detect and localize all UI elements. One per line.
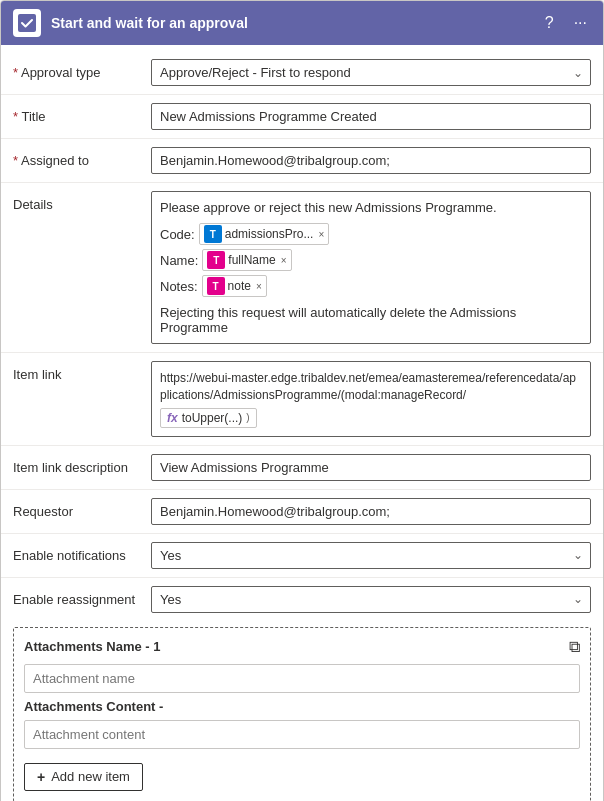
fx-icon: fx	[167, 411, 178, 425]
fx-close-icon[interactable]: )	[246, 412, 249, 423]
name-token-line: Name: T fullName ×	[160, 249, 582, 271]
enable-reassignment-label: Enable reassignment	[13, 586, 143, 607]
help-button[interactable]: ?	[541, 13, 558, 33]
requestor-row: Requestor	[1, 492, 603, 531]
enable-notifications-select[interactable]: Yes No	[151, 542, 591, 569]
title-field	[151, 103, 591, 130]
notes-line-label: Notes:	[160, 279, 198, 294]
item-link-url-text: https://webui-master.edge.tribaldev.net/…	[160, 370, 582, 404]
details-box[interactable]: Please approve or reject this new Admiss…	[151, 191, 591, 344]
details-intro-text: Please approve or reject this new Admiss…	[160, 200, 582, 215]
assigned-to-label: Assigned to	[13, 147, 143, 168]
notes-token-line: Notes: T note ×	[160, 275, 582, 297]
fullname-icon: T	[207, 251, 225, 269]
requestor-label: Requestor	[13, 498, 143, 519]
enable-reassignment-row: Enable reassignment Yes No ⌄	[1, 580, 603, 619]
item-link-desc-label: Item link description	[13, 454, 143, 475]
note-icon: T	[207, 277, 225, 295]
requestor-input[interactable]	[151, 498, 591, 525]
admissions-pro-icon: T	[204, 225, 222, 243]
fullname-chip[interactable]: T fullName ×	[202, 249, 291, 271]
enable-reassignment-wrapper: Yes No ⌄	[151, 586, 591, 613]
assigned-to-input[interactable]	[151, 147, 591, 174]
item-link-row: Item link https://webui-master.edge.trib…	[1, 355, 603, 443]
name-line-label: Name:	[160, 253, 198, 268]
details-label: Details	[13, 191, 143, 212]
fx-token-text: toUpper(...)	[182, 411, 243, 425]
fx-chip[interactable]: fx toUpper(...) )	[160, 408, 257, 428]
svg-rect-0	[18, 14, 36, 32]
details-footer-text: Rejecting this request will automaticall…	[160, 305, 582, 335]
approval-type-field: Approve/Reject - First to respond Approv…	[151, 59, 591, 86]
more-button[interactable]: ···	[570, 13, 591, 33]
attachments-content-label: Attachments Content -	[24, 699, 580, 714]
enable-reassignment-select[interactable]: Yes No	[151, 586, 591, 613]
fullname-close-icon[interactable]: ×	[281, 255, 287, 266]
plus-icon: +	[37, 769, 45, 785]
admissions-pro-text: admissionsPro...	[225, 227, 314, 241]
card-header: Start and wait for an approval ? ···	[1, 1, 603, 45]
attachments-header: Attachments Name - 1 ⧉	[24, 638, 580, 656]
item-link-box[interactable]: https://webui-master.edge.tribaldev.net/…	[151, 361, 591, 437]
approval-card: Start and wait for an approval ? ··· App…	[0, 0, 604, 801]
code-line-label: Code:	[160, 227, 195, 242]
title-row: Title	[1, 97, 603, 136]
approval-icon	[13, 9, 41, 37]
details-field: Please approve or reject this new Admiss…	[151, 191, 591, 344]
item-link-desc-field	[151, 454, 591, 481]
approval-type-label: Approval type	[13, 59, 143, 80]
item-link-label: Item link	[13, 361, 143, 382]
item-link-field: https://webui-master.edge.tribaldev.net/…	[151, 361, 591, 437]
header-actions: ? ···	[541, 13, 591, 33]
title-input[interactable]	[151, 103, 591, 130]
approval-type-row: Approval type Approve/Reject - First to …	[1, 53, 603, 92]
note-close-icon[interactable]: ×	[256, 281, 262, 292]
approval-type-select-wrapper: Approve/Reject - First to respond Approv…	[151, 59, 591, 86]
enable-notifications-row: Enable notifications Yes No ⌄	[1, 536, 603, 575]
enable-notifications-field: Yes No ⌄	[151, 542, 591, 569]
add-new-item-button[interactable]: + Add new item	[24, 763, 143, 791]
assigned-to-row: Assigned to	[1, 141, 603, 180]
item-link-desc-row: Item link description	[1, 448, 603, 487]
title-label: Title	[13, 103, 143, 124]
enable-reassignment-field: Yes No ⌄	[151, 586, 591, 613]
attachment-content-input[interactable]	[24, 720, 580, 749]
approval-type-select[interactable]: Approve/Reject - First to respond Approv…	[151, 59, 591, 86]
admissions-pro-chip[interactable]: T admissionsPro... ×	[199, 223, 330, 245]
add-new-item-label: Add new item	[51, 769, 130, 784]
requestor-field	[151, 498, 591, 525]
assigned-to-field	[151, 147, 591, 174]
attachments-section: Attachments Name - 1 ⧉ Attachments Conte…	[13, 627, 591, 801]
details-row: Details Please approve or reject this ne…	[1, 185, 603, 350]
enable-notifications-label: Enable notifications	[13, 542, 143, 563]
admissions-pro-close-icon[interactable]: ×	[318, 229, 324, 240]
attachment-name-input[interactable]	[24, 664, 580, 693]
card-body: Approval type Approve/Reject - First to …	[1, 45, 603, 801]
note-chip[interactable]: T note ×	[202, 275, 267, 297]
item-link-desc-input[interactable]	[151, 454, 591, 481]
fullname-text: fullName	[228, 253, 275, 267]
header-title: Start and wait for an approval	[51, 15, 531, 31]
enable-notifications-wrapper: Yes No ⌄	[151, 542, 591, 569]
attachments-name-title: Attachments Name - 1	[24, 639, 161, 654]
note-text: note	[228, 279, 251, 293]
attachment-copy-icon[interactable]: ⧉	[569, 638, 580, 656]
code-token-line: Code: T admissionsPro... ×	[160, 223, 582, 245]
